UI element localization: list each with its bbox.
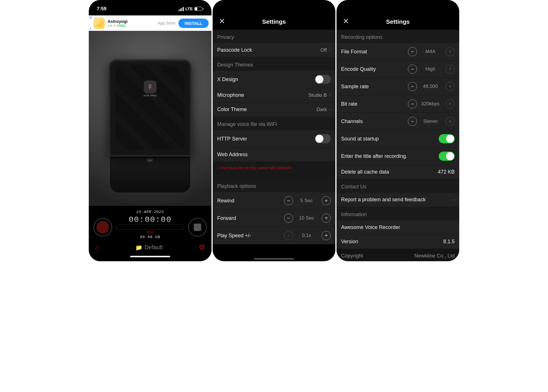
screen-recorder-main: 7:59 LTE 31 ⓘ ✕ 🌙 Astroyogi 4.8★ FREE [89,0,211,261]
status-bar: 7:59 LTE 31 [89,0,211,15]
mic-brand: NK [147,158,153,163]
minus-button[interactable]: − [408,65,417,74]
section-information: Information [337,207,459,220]
minus-button[interactable]: − [284,231,293,240]
mic-icon: 🎙 [144,81,156,93]
row-rewind: Rewind − 5 Sec + [213,192,335,210]
row-web-address[interactable]: Web Address [213,148,335,162]
ad-subtitle: 4.8★ FREE [108,24,155,27]
microphone-visual: 🎙 AVR PRO NK [89,31,211,206]
screen-settings-1: ✕ Settings Privacy Passcode Lock Off› De… [213,0,335,261]
home-indicator[interactable] [254,258,294,260]
chevron-right-icon: › [329,92,331,98]
signal-icon [179,7,184,11]
row-http-server[interactable]: HTTP Server [213,130,335,148]
row-report-problem[interactable]: Report a problem and send feedback › [337,193,459,207]
status-network: LTE [186,7,193,11]
screen-settings-2: ✕ Settings Recording options File Format… [337,0,459,261]
minus-button[interactable]: − [408,117,417,126]
row-play-speed: Play Speed +/- − 0.1x + [213,227,335,244]
section-contact-us: Contact Us [337,179,459,193]
ad-close-icon[interactable]: ✕ [89,27,92,30]
plus-button[interactable]: + [446,82,455,91]
chevron-right-icon: › [329,106,331,112]
minus-button[interactable]: − [408,47,417,56]
plus-button[interactable]: + [322,231,331,240]
ad-banner[interactable]: ⓘ ✕ 🌙 Astroyogi 4.8★ FREE App Store INST… [89,15,211,31]
row-color-theme[interactable]: Color Theme Dark› [213,102,335,117]
ad-info-icon[interactable]: ⓘ [89,16,92,20]
row-x-design[interactable]: X Design [213,71,335,88]
chevron-right-icon: › [453,197,455,203]
section-recording-options: Recording options [337,30,459,43]
row-file-format: File Format − M4A + [337,43,459,61]
record-format: M4A [147,230,154,234]
toggle-http-server[interactable] [315,134,331,143]
record-timer: 00:00:00 [129,215,172,224]
toggle-x-design[interactable] [315,75,331,84]
row-sound-startup[interactable]: Sound at startup [337,130,459,148]
store-icon[interactable]: ⌂ [95,244,99,252]
plus-button[interactable]: + [446,99,455,108]
stop-button[interactable] [188,218,207,237]
plus-button[interactable]: + [322,196,331,205]
wifi-warning: ! You must be on the same wifi network [213,162,335,179]
minus-button[interactable]: − [284,214,293,223]
close-icon[interactable]: ✕ [343,17,349,26]
row-sample-rate: Sample rate − 48,000 + [337,78,459,95]
row-copyright: Copyright Newkline Co., Ltd [337,249,459,261]
row-channels: Channels − Stereo + [337,113,459,130]
ad-title: Astroyogi [108,19,155,24]
minus-button[interactable]: − [408,82,417,91]
row-delete-cache[interactable]: Delete all cache data 472 KB [337,165,459,179]
folder-icon: 📁 [135,244,142,251]
record-storage: 60.08 GB [140,235,160,239]
home-indicator[interactable] [130,256,170,257]
section-wifi: Manage voice file via WiFi [213,117,335,130]
ad-app-icon: 🌙 [93,17,105,29]
plus-button[interactable]: + [446,47,455,56]
row-app-name: Awesome Voice Recorder [337,220,459,235]
section-privacy: Privacy [213,30,335,43]
battery-icon: 31 [194,7,204,11]
settings-title: Settings [386,18,410,25]
status-time: 7:59 [97,6,106,12]
ad-install-button[interactable]: INSTALL [178,19,209,28]
minus-button[interactable]: − [284,196,293,205]
row-bit-rate: Bit rate − 320kbps + [337,95,459,113]
row-title-after-recording[interactable]: Enter the title after recording. [337,148,459,165]
toggle-title-after[interactable] [439,152,455,161]
recorder-panel: 25-APR-2023 00:00:00 M4A 60.08 GB ⌂ 📁 De… [89,206,211,261]
mic-label: AVR PRO [144,94,157,97]
toggle-sound-startup[interactable] [439,134,455,143]
settings-title: Settings [262,18,286,25]
row-forward: Forward − 10 Sec + [213,210,335,227]
level-meter [116,225,184,230]
row-passcode-lock[interactable]: Passcode Lock Off› [213,43,335,57]
record-button[interactable] [93,218,112,237]
row-microphone[interactable]: Microphone Studio B› [213,88,335,102]
chevron-right-icon: › [329,47,331,53]
row-encode-quality: Encode Quality − High + [337,61,459,78]
plus-button[interactable]: + [446,117,455,126]
plus-button[interactable]: + [322,214,331,223]
close-icon[interactable]: ✕ [219,17,225,26]
record-date: 25-APR-2023 [93,210,207,214]
ad-store-label: App Store [158,21,176,25]
section-playback: Playback options [213,179,335,192]
folder-button[interactable]: 📁 Default [135,244,163,251]
row-version: Version 8.1.5 [337,235,459,249]
plus-button[interactable]: + [446,65,455,74]
section-design-themes: Design Themes [213,57,335,71]
settings-icon[interactable]: ⚙ [199,243,205,252]
minus-button[interactable]: − [408,99,417,108]
